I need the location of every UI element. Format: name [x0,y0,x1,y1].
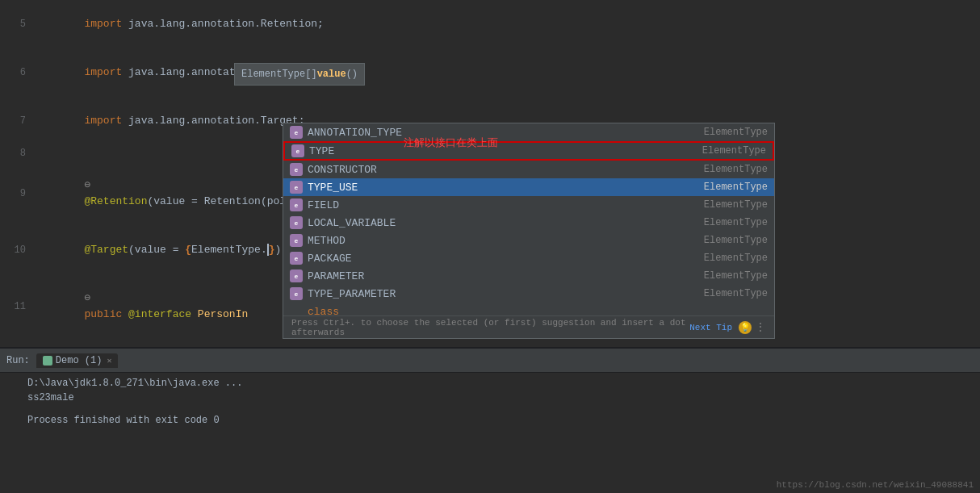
code-line-5: 5 import java.lang.annotation.Retention; [0,0,980,48]
ac-icon-type: e [291,144,304,157]
line-content-6: import java.lang.annotation.RetentionPol… [34,48,974,97]
next-tip-button[interactable]: Next Tip [689,323,732,332]
ac-icon-local-variable: e [290,216,303,229]
code-line-6: 6 import java.lang.annotation.RetentionP… [0,48,980,97]
ac-item-local-variable[interactable]: e LOCAL_VARIABLE ElementType [283,214,774,232]
hint-text: Press Ctrl+. to choose the selected (or … [291,318,689,337]
ac-item-annotation-type[interactable]: e ANNOTATION_TYPE ElementType [283,123,774,141]
line-number-11: 11 [0,299,34,315]
run-success-msg: Process finished with exit code 0 [27,413,970,428]
ac-name-package: PACKAGE [308,253,704,265]
ac-type-constructor: ElementType [704,164,768,175]
ac-name-annotation-type: ANNOTATION_TYPE [308,127,704,139]
ac-type-field: ElementType [704,199,768,211]
ac-name-type-use: TYPE_USE [308,182,704,194]
ac-name-local-variable: LOCAL_VARIABLE [308,217,704,229]
run-tab-name: Demo (1) [56,355,103,366]
line-number-8: 8 [0,145,34,161]
ac-name-type-parameter: TYPE_PARAMETER [308,288,704,300]
line-content-5: import java.lang.annotation.Retention; [34,0,974,48]
ac-name-field: FIELD [308,199,704,211]
run-output-line1: ss23male [27,391,970,405]
ac-item-package[interactable]: e PACKAGE ElementType [283,249,774,267]
ac-type-type: ElementType [702,145,766,157]
ac-item-parameter[interactable]: e PARAMETER ElementType [283,267,774,285]
line-number-5: 5 [0,16,34,32]
ac-name-parameter: PARAMETER [308,270,704,282]
ac-item-constructor[interactable]: e CONSTRUCTOR ElementType [283,161,774,178]
run-content: D:\Java\jdk1.8.0_271\bin\java.exe ... ss… [18,373,980,431]
ac-name-constructor: CONSTRUCTOR [308,164,704,176]
line-number-7: 7 [0,113,34,129]
run-panel-header: Run: Demo (1) ✕ [0,349,980,373]
bulb-icon: 💡 [739,321,752,334]
ac-type-parameter: ElementType [704,270,768,282]
autocomplete-hint-bar: Press Ctrl+. to choose the selected (or … [283,315,774,338]
watermark: https://blog.csdn.net/weixin_49088841 [777,480,974,490]
ac-icon-annotation-type: e [290,126,303,139]
line-number-10: 10 [0,242,34,258]
ac-item-type-use[interactable]: e TYPE_USE ElementType [283,178,774,196]
code-line-12: 12 String name(); [0,339,980,347]
ac-type-local-variable: ElementType [704,217,768,228]
ac-type-annotation-type: ElementType [704,127,768,138]
ac-type-method: ElementType [704,235,768,246]
editor-area: 5 import java.lang.annotation.Retention;… [0,0,980,347]
run-tab-close[interactable]: ✕ [107,356,111,366]
ac-item-field[interactable]: e FIELD ElementType [283,196,774,214]
line-number-9: 9 [0,186,34,202]
ac-type-package: ElementType [704,253,768,264]
ac-name-type: TYPE [309,145,702,157]
ac-icon-type-use: e [290,181,303,194]
line-content-12: String name(); [34,339,974,347]
ac-icon-constructor: e [290,163,303,176]
ac-icon-field: e [290,198,303,211]
ac-item-type[interactable]: e TYPE ElementType [283,141,774,161]
run-tab-icon [43,356,52,366]
run-panel: Run: Demo (1) ✕ ▶ ↑ ⚙ ≡ ↓ ⊡ D:\Java\jdk1… [0,347,980,493]
run-path: D:\Java\jdk1.8.0_271\bin\java.exe ... [27,376,970,391]
ac-icon-type-parameter: e [290,287,303,300]
run-tab-demo[interactable]: Demo (1) ✕ [36,353,119,368]
ac-icon-method: e [290,234,303,247]
ac-type-type-parameter: ElementType [704,288,768,299]
ac-type-type-use: ElementType [704,182,768,193]
ac-icon-package: e [290,252,303,265]
run-label: Run: [6,355,30,366]
more-options-icon[interactable]: ⋮ [755,320,766,334]
autocomplete-dropdown[interactable]: e ANNOTATION_TYPE ElementType e TYPE Ele… [283,123,775,339]
ac-name-method: METHOD [308,235,704,247]
ac-item-type-parameter[interactable]: e TYPE_PARAMETER ElementType [283,285,774,303]
ac-item-method[interactable]: e METHOD ElementType [283,232,774,249]
ac-icon-parameter: e [290,269,303,282]
line-number-6: 6 [0,65,34,81]
